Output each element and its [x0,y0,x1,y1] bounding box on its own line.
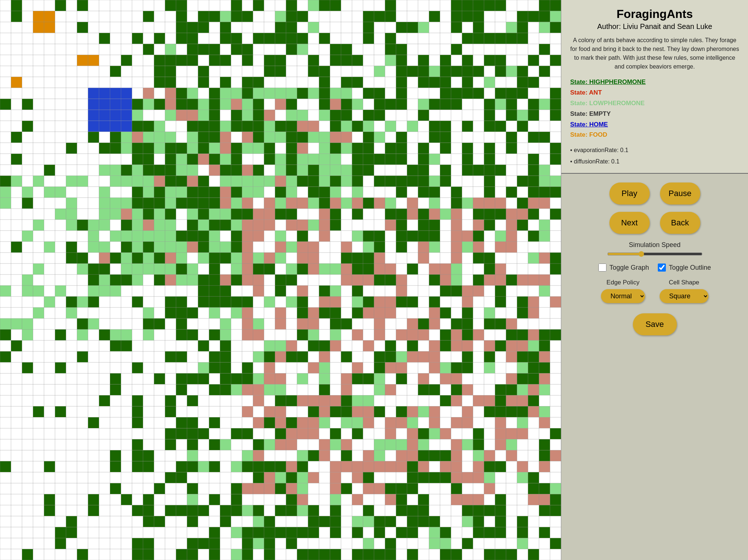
speed-slider[interactable] [607,251,703,257]
state-item: State: HOME [570,119,739,130]
edge-policy-group: Edge Policy NormalWrapAbsorb [601,279,645,303]
toggle-graph-checkbox[interactable] [598,264,606,272]
speed-section: Simulation Speed [569,241,741,257]
edge-policy-label: Edge Policy [606,279,639,286]
save-button[interactable]: Save [633,313,677,335]
app-title: ForagingAnts [570,7,739,21]
app-description: A colony of ants behave according to sim… [570,36,739,71]
policy-row: Edge Policy NormalWrapAbsorb Cell Shape … [569,279,741,303]
param-item: • evaporationRate: 0.1 [570,145,739,156]
toggle-outline-item: Toggle Outline [658,264,711,272]
save-wrap: Save [633,313,677,335]
right-panel: ForagingAnts Author: Liviu Panait and Se… [561,0,748,560]
state-list: State: HIGHPHEROMONEState: ANTState: LOW… [570,77,739,140]
state-item: State: LOWPHEROMONE [570,98,739,109]
param-item: • diffusionRate: 0.1 [570,156,739,167]
toggle-outline-label: Toggle Outline [669,264,711,272]
next-button[interactable]: Next [609,212,650,234]
play-button[interactable]: Play [609,183,650,205]
state-item: State: HIGHPHEROMONE [570,77,739,88]
pause-button[interactable]: Pause [660,183,700,205]
params: • evaporationRate: 0.1• diffusionRate: 0… [570,145,739,167]
info-section: ForagingAnts Author: Liviu Panait and Se… [561,0,748,174]
edge-policy-select[interactable]: NormalWrapAbsorb [601,289,645,303]
app-author: Author: Liviu Panait and Sean Luke [570,22,739,31]
cell-shape-group: Cell Shape SquareHexagon [660,279,708,303]
simulation-area [0,0,561,560]
state-item: State: FOOD [570,130,739,140]
grid-canvas[interactable] [0,0,561,560]
controls-section: Play Pause Next Back Simulation Speed To… [561,174,748,560]
speed-label: Simulation Speed [629,241,681,249]
cell-shape-select[interactable]: SquareHexagon [660,289,708,303]
toggle-graph-label: Toggle Graph [609,264,649,272]
back-button[interactable]: Back [660,212,700,234]
play-pause-row: Play Pause [609,183,700,205]
state-item: State: EMPTY [570,109,739,119]
toggle-outline-checkbox[interactable] [658,264,666,272]
toggle-graph-item: Toggle Graph [598,264,649,272]
state-item: State: ANT [570,88,739,98]
toggle-row: Toggle Graph Toggle Outline [598,264,711,272]
cell-shape-label: Cell Shape [669,279,699,286]
next-back-row: Next Back [609,212,700,234]
